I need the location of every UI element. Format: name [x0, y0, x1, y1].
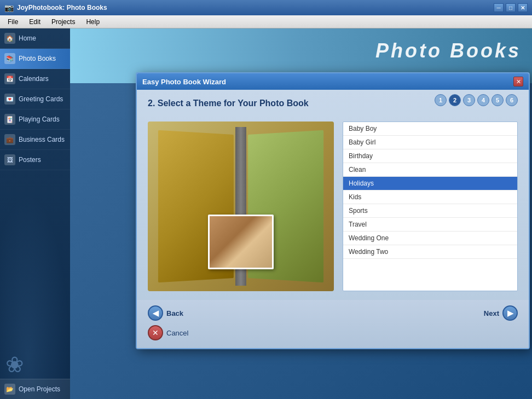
sidebar: 🏠 Home 📚 Photo Books 📅 Calendars 💌 Greet…	[0, 28, 70, 399]
modal-close-button[interactable]: ✕	[513, 77, 523, 86]
decorative-flower: ❀	[5, 352, 24, 377]
close-button[interactable]: ✕	[518, 3, 528, 12]
open-projects-icon: 📂	[4, 384, 15, 395]
sidebar-item-greeting-cards[interactable]: 💌 Greeting Cards	[0, 89, 70, 109]
maximize-button[interactable]: □	[506, 3, 516, 12]
theme-baby-girl[interactable]: Baby Girl	[343, 136, 517, 149]
photo-in-book	[208, 215, 274, 269]
modal-body: Baby Boy Baby Girl Birthday Clean Holida…	[148, 122, 518, 291]
open-projects-label: Open Projects	[19, 385, 60, 393]
business-cards-icon: 💼	[4, 134, 15, 145]
theme-sports[interactable]: Sports	[343, 204, 517, 218]
modal-header: Easy Photo Book Wizard ✕	[137, 73, 529, 90]
sidebar-home-label: Home	[19, 34, 36, 42]
sidebar-item-business-cards[interactable]: 💼 Business Cards	[0, 130, 70, 150]
step-title: 2. Select a Theme for Your Photo Book	[148, 99, 309, 108]
modal-content: 2. Select a Theme for Your Photo Book 1 …	[137, 90, 529, 300]
content-area: Photo Books Easy Photo Book Wizard ✕ 2. …	[70, 28, 532, 399]
minimize-button[interactable]: ─	[494, 3, 504, 12]
step-1[interactable]: 1	[435, 94, 447, 106]
cancel-button[interactable]: ✕ Cancel	[148, 325, 518, 340]
next-button[interactable]: Next ▶	[484, 305, 518, 321]
book-preview	[148, 122, 334, 291]
theme-wedding-one[interactable]: Wedding One	[343, 232, 517, 245]
sidebar-posters-label: Posters	[19, 156, 41, 164]
theme-wedding-two[interactable]: Wedding Two	[343, 245, 517, 259]
book-preview-inner	[148, 122, 334, 291]
playing-cards-icon: 🃏	[4, 114, 15, 125]
theme-baby-boy[interactable]: Baby Boy	[343, 122, 517, 136]
title-bar: 📷 JoyPhotobook: Photo Books ─ □ ✕	[0, 0, 532, 15]
sidebar-playing-cards-label: Playing Cards	[19, 115, 60, 123]
step-indicators: 1 2 3 4 5 6	[435, 94, 518, 106]
menu-help[interactable]: Help	[80, 17, 105, 27]
theme-clean[interactable]: Clean	[343, 163, 517, 177]
menu-projects[interactable]: Projects	[46, 17, 80, 27]
theme-kids[interactable]: Kids	[343, 190, 517, 204]
theme-travel[interactable]: Travel	[343, 218, 517, 232]
back-label: Back	[166, 309, 183, 317]
menu-bar: File Edit Projects Help	[0, 15, 532, 28]
next-icon: ▶	[502, 305, 518, 321]
sidebar-item-playing-cards[interactable]: 🃏 Playing Cards	[0, 109, 70, 130]
home-icon: 🏠	[4, 33, 15, 44]
sidebar-item-posters[interactable]: 🖼 Posters	[0, 150, 70, 170]
title-bar-text: JoyPhotobook: Photo Books	[17, 4, 107, 11]
app-icon: 📷	[4, 3, 14, 12]
cancel-label: Cancel	[166, 329, 188, 337]
title-bar-controls: ─ □ ✕	[494, 3, 528, 12]
sidebar-greeting-cards-label: Greeting Cards	[19, 95, 63, 103]
step-4[interactable]: 4	[477, 94, 489, 106]
wizard-modal: Easy Photo Book Wizard ✕ 2. Select a The…	[136, 72, 530, 349]
modal-overlay: Easy Photo Book Wizard ✕ 2. Select a The…	[70, 28, 532, 399]
sidebar-item-calendars[interactable]: 📅 Calendars	[0, 69, 70, 89]
theme-list[interactable]: Baby Boy Baby Girl Birthday Clean Holida…	[343, 122, 518, 291]
posters-icon: 🖼	[4, 154, 15, 165]
calendars-icon: 📅	[4, 73, 15, 84]
theme-holidays[interactable]: Holidays	[343, 177, 517, 190]
step-2[interactable]: 2	[449, 94, 461, 106]
step-6[interactable]: 6	[506, 94, 518, 106]
back-button[interactable]: ◀ Back	[148, 305, 183, 321]
sidebar-item-photo-books[interactable]: 📚 Photo Books	[0, 49, 70, 69]
step-3[interactable]: 3	[463, 94, 475, 106]
footer-buttons: ◀ Back Next ▶	[148, 305, 518, 321]
modal-title: Easy Photo Book Wizard	[142, 78, 226, 86]
sidebar-item-home[interactable]: 🏠 Home	[0, 28, 70, 49]
back-icon: ◀	[148, 305, 163, 321]
next-label: Next	[484, 309, 499, 317]
theme-birthday[interactable]: Birthday	[343, 149, 517, 163]
sidebar-calendars-label: Calendars	[19, 75, 49, 83]
modal-footer: ◀ Back Next ▶ ✕ Cancel	[137, 300, 529, 348]
cancel-icon: ✕	[148, 325, 163, 340]
menu-file[interactable]: File	[2, 17, 24, 27]
menu-edit[interactable]: Edit	[24, 17, 46, 27]
sidebar-business-cards-label: Business Cards	[19, 136, 65, 143]
sidebar-photo-books-label: Photo Books	[19, 55, 56, 62]
open-projects-button[interactable]: 📂 Open Projects	[0, 379, 70, 399]
step-5[interactable]: 5	[491, 94, 504, 106]
photo-books-icon: 📚	[4, 53, 15, 64]
greeting-cards-icon: 💌	[4, 94, 15, 105]
